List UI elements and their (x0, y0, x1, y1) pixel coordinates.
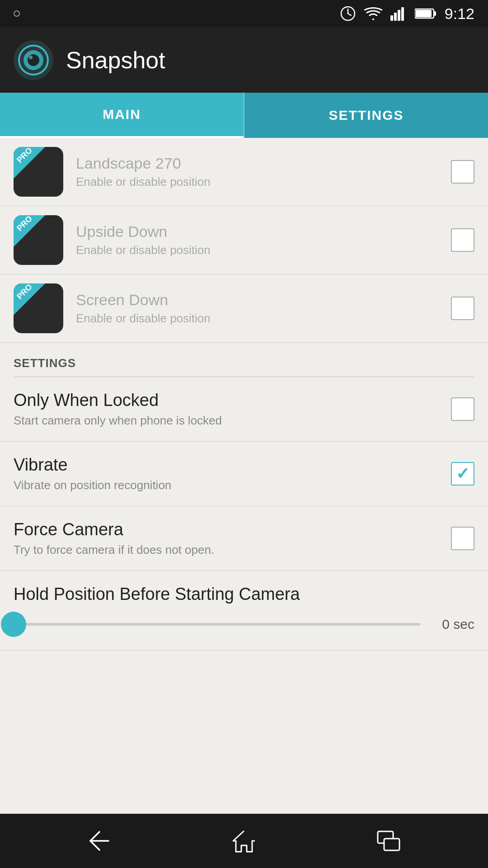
svg-rect-6 (401, 7, 404, 21)
checkbox-landscape270[interactable] (451, 160, 474, 184)
tab-main[interactable]: MAIN (0, 93, 244, 138)
checkbox-screendown[interactable] (451, 297, 474, 320)
svg-rect-8 (434, 11, 436, 16)
settings-text-vibrate: Vibrate Vibrate on position recognition (14, 455, 451, 492)
svg-rect-17 (384, 839, 399, 850)
svg-point-13 (28, 54, 39, 66)
list-item[interactable]: PRO Screen Down Enable or disable positi… (0, 274, 488, 343)
battery-icon (415, 8, 436, 19)
item-text-landscape270: Landscape 270 Enable or disable position (76, 155, 451, 189)
app-title: Snapshot (66, 47, 165, 74)
settings-text-force-camera: Force Camera Try to force camera if it d… (14, 520, 451, 557)
content: PRO Landscape 270 Enable or disable posi… (0, 138, 488, 814)
item-text-upsidedown: Upside Down Enable or disable position (76, 223, 451, 257)
clock-icon (340, 5, 356, 22)
settings-text-only-when-locked: Only When Locked Start camera only when … (14, 391, 451, 428)
back-icon (86, 830, 113, 852)
settings-item-vibrate[interactable]: Vibrate Vibrate on position recognition (0, 442, 488, 506)
list-item[interactable]: PRO Upside Down Enable or disable positi… (0, 206, 488, 274)
home-icon (231, 829, 257, 853)
item-text-screendown: Screen Down Enable or disable position (76, 291, 451, 326)
settings-item-only-when-locked[interactable]: Only When Locked Start camera only when … (0, 377, 488, 442)
settings-section-header: SETTINGS (0, 343, 488, 377)
svg-rect-4 (394, 13, 397, 21)
status-icons: 9:12 (340, 5, 474, 23)
home-button[interactable] (226, 823, 262, 859)
list-item[interactable]: PRO Landscape 270 Enable or disable posi… (0, 138, 488, 206)
item-icon-screendown: PRO (14, 283, 63, 333)
app-icon (14, 40, 53, 80)
svg-point-14 (29, 56, 33, 59)
svg-rect-9 (416, 10, 432, 17)
svg-rect-5 (398, 10, 400, 21)
wifi-icon (364, 6, 382, 21)
app-header: Snapshot (0, 27, 488, 93)
signal-icon (390, 6, 407, 21)
slider-thumb[interactable] (1, 612, 26, 637)
checkbox-vibrate[interactable] (451, 462, 474, 486)
slider-value: 0 sec (429, 617, 474, 632)
recents-icon (376, 830, 401, 852)
tabs: MAIN SETTINGS (0, 93, 488, 138)
svg-rect-3 (390, 15, 393, 21)
notification-dot (14, 10, 20, 17)
recents-button[interactable] (371, 823, 407, 859)
item-icon-upsidedown: PRO (14, 215, 63, 265)
status-bar: 9:12 (0, 0, 488, 27)
status-time: 9:12 (445, 5, 474, 23)
tab-settings[interactable]: SETTINGS (244, 93, 488, 138)
svg-line-2 (348, 14, 351, 15)
slider-row: 0 sec (14, 617, 474, 632)
checkbox-only-when-locked[interactable] (451, 397, 474, 421)
slider-track[interactable] (14, 623, 420, 626)
settings-item-force-camera[interactable]: Force Camera Try to force camera if it d… (0, 506, 488, 571)
back-button[interactable] (81, 823, 117, 859)
checkbox-upsidedown[interactable] (451, 228, 474, 252)
checkbox-force-camera[interactable] (451, 527, 474, 550)
slider-section: Hold Position Before Starting Camera 0 s… (0, 571, 488, 651)
nav-bar (0, 814, 488, 868)
item-icon-landscape270: PRO (14, 147, 63, 197)
slider-title: Hold Position Before Starting Camera (14, 585, 474, 604)
